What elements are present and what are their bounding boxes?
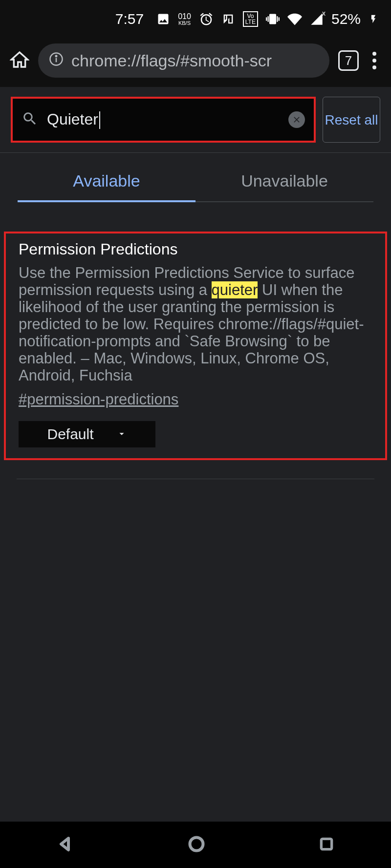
- chrome-toolbar: chrome://flags/#smooth-scr 7: [0, 38, 391, 87]
- network-speed-text: 010 KB/S: [178, 13, 191, 26]
- reset-all-button[interactable]: Reset all: [323, 97, 380, 143]
- home-button-nav[interactable]: [188, 835, 205, 855]
- vibrate-icon: [266, 12, 280, 26]
- wifi-icon: [287, 12, 302, 26]
- chevron-down-icon: [116, 426, 127, 443]
- svg-point-3: [190, 837, 203, 850]
- flags-search-box[interactable]: Quieter: [11, 97, 316, 143]
- svg-point-2: [56, 55, 57, 57]
- flag-result-card: Permission Predictions Use the Permissio…: [4, 232, 387, 460]
- battery-text: 52%: [331, 11, 361, 27]
- tab-unavailable[interactable]: Unavailable: [196, 166, 373, 202]
- search-input[interactable]: Quieter: [47, 110, 280, 129]
- clear-search-button[interactable]: [288, 111, 305, 128]
- tab-available[interactable]: Available: [18, 166, 196, 202]
- recents-button[interactable]: [319, 836, 334, 854]
- flag-title: Permission Predictions: [19, 240, 372, 258]
- info-icon: [49, 51, 64, 70]
- clock-text: 7:57: [115, 11, 144, 27]
- flags-tabs: Available Unavailable: [18, 166, 373, 202]
- alarm-icon: [199, 12, 214, 26]
- search-icon: [22, 110, 38, 129]
- volte-icon: Vo LTE: [243, 11, 258, 27]
- android-nav-bar: [0, 822, 391, 868]
- flag-description: Use the Permission Predictions Service t…: [19, 264, 372, 384]
- tab-switcher-button[interactable]: 7: [338, 50, 359, 71]
- divider: [17, 479, 374, 479]
- flags-page: Quieter Reset all Available Unavailable …: [0, 87, 391, 479]
- signal-icon: x: [310, 12, 324, 26]
- flag-state-select[interactable]: Default: [19, 421, 155, 447]
- search-highlight: quieter: [212, 281, 258, 298]
- flag-anchor-link[interactable]: #permission-predictions: [19, 391, 178, 408]
- charging-icon: [369, 12, 378, 26]
- omnibox[interactable]: chrome://flags/#smooth-scr: [38, 43, 329, 78]
- url-text: chrome://flags/#smooth-scr: [71, 51, 272, 70]
- android-status-bar: 7:57 010 KB/S Vo LTE x 52%: [0, 0, 391, 38]
- svg-rect-4: [321, 839, 331, 849]
- home-button[interactable]: [10, 50, 29, 71]
- nfc-icon: [221, 12, 235, 26]
- overflow-menu-button[interactable]: [368, 52, 381, 69]
- back-button[interactable]: [57, 835, 74, 855]
- image-icon: [156, 12, 170, 26]
